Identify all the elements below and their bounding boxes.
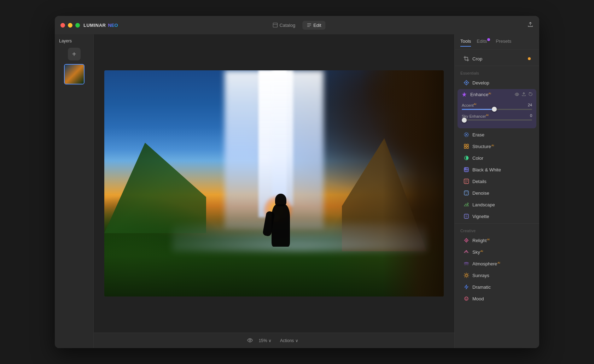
enhance-eye-icon[interactable] (514, 92, 519, 97)
erase-icon (463, 131, 470, 138)
essentials-header: Essentials (455, 67, 539, 77)
svg-point-28 (466, 194, 467, 194)
tool-vignette[interactable]: Vignette (458, 211, 536, 222)
mood-icon (463, 295, 470, 302)
tool-sky[interactable]: SkyAI (458, 246, 536, 258)
dramatic-label: Dramatic (472, 284, 531, 290)
enhance-title: EnhanceAI (470, 92, 512, 97)
structure-icon (463, 143, 470, 149)
details-label: Details (472, 179, 531, 184)
edits-badge (487, 38, 490, 41)
actions-button[interactable]: Actions ∨ (277, 337, 301, 345)
tool-structure[interactable]: StructureAI (458, 141, 536, 152)
catalog-tab[interactable]: Catalog (268, 21, 299, 30)
enhance-icon (461, 92, 467, 98)
tool-mood[interactable]: Mood (458, 293, 536, 304)
visibility-toggle[interactable] (247, 337, 253, 344)
mood-label: Mood (472, 296, 531, 301)
enhance-action-icons (514, 92, 533, 98)
svg-point-14 (466, 157, 467, 159)
accent-value: 24 (528, 103, 532, 107)
image-canvas (94, 34, 454, 333)
export-button[interactable] (527, 21, 534, 28)
tool-dramatic[interactable]: Dramatic (458, 281, 536, 293)
sky-enhancer-header: Sky EnhancerAI 0 (462, 113, 532, 118)
svg-point-34 (466, 240, 467, 241)
landscape-icon (463, 201, 470, 208)
person-silhouette (272, 204, 290, 247)
denoise-label: Denoise (472, 190, 531, 196)
enhance-upload-icon[interactable] (522, 92, 526, 98)
svg-point-26 (465, 193, 466, 193)
enhance-reset-icon[interactable] (528, 92, 533, 98)
svg-point-4 (516, 94, 518, 95)
cave-rock-side (383, 70, 444, 297)
tool-relight[interactable]: RelightAI (458, 235, 536, 246)
bottom-spacer (455, 305, 539, 312)
layers-panel: Layers + (55, 34, 94, 348)
layers-title: Layers (59, 39, 72, 43)
crop-icon (463, 55, 470, 62)
layer-thumbnail[interactable] (64, 64, 85, 84)
denoise-icon (463, 190, 470, 196)
tool-details[interactable]: Details (458, 176, 536, 187)
vignette-label: Vignette (472, 214, 531, 219)
app-name: LUMINAR (83, 23, 106, 28)
svg-rect-8 (464, 144, 466, 146)
maximize-button[interactable] (75, 23, 80, 28)
sky-icon (463, 249, 470, 255)
zoom-control[interactable]: 15% ∨ (259, 338, 272, 343)
svg-rect-0 (273, 23, 277, 27)
mist-overlay (172, 223, 427, 251)
tool-color[interactable]: Color (458, 152, 536, 164)
svg-point-36 (465, 274, 467, 276)
black-white-icon (463, 166, 470, 173)
sky-enhancer-value: 0 (530, 113, 532, 118)
app-logo: LUMINAR NEO (83, 23, 118, 28)
tab-edits[interactable]: Edits (477, 39, 490, 47)
accent-slider[interactable] (462, 109, 532, 110)
tool-denoise[interactable]: Denoise (458, 187, 536, 199)
atmosphere-label: AtmosphereAI (472, 261, 531, 266)
edit-icon (307, 23, 311, 28)
svg-point-37 (465, 297, 468, 300)
tab-presets[interactable]: Presets (496, 39, 511, 47)
color-label: Color (472, 155, 531, 161)
color-icon (463, 155, 470, 161)
tool-black-white[interactable]: Black & White (458, 164, 536, 175)
sky-enhancer-thumb[interactable] (462, 118, 467, 123)
tab-tools[interactable]: Tools (460, 39, 471, 47)
svg-point-23 (465, 192, 466, 192)
svg-point-1 (249, 339, 251, 341)
tool-sunrays[interactable]: Sunrays (458, 270, 536, 281)
tool-develop[interactable]: Develop (458, 77, 536, 88)
accent-slider-thumb[interactable] (492, 107, 497, 112)
svg-point-3 (466, 82, 467, 83)
tool-atmosphere[interactable]: AtmosphereAI (458, 258, 536, 269)
minimize-button[interactable] (68, 23, 72, 28)
waterfall-core-secondary (272, 70, 293, 206)
add-layer-button[interactable]: + (68, 48, 81, 60)
traffic-lights (60, 23, 80, 28)
nav-tabs: Catalog Edit (268, 21, 325, 30)
tool-erase[interactable]: Erase (458, 129, 536, 140)
svg-rect-22 (464, 191, 468, 195)
sunrays-label: Sunrays (472, 273, 531, 278)
tool-landscape[interactable]: Landscape (458, 199, 536, 210)
sky-enhancer-slider[interactable] (462, 119, 532, 121)
svg-rect-9 (467, 144, 468, 146)
svg-point-35 (466, 250, 467, 252)
svg-point-24 (466, 192, 467, 192)
close-button[interactable] (60, 23, 65, 28)
tool-crop[interactable]: Crop (458, 53, 536, 64)
accent-slider-row: AccentAI 24 (462, 102, 532, 110)
enhance-section: EnhanceAI (458, 89, 536, 128)
erase-label: Erase (472, 132, 531, 137)
enhance-header[interactable]: EnhanceAI (458, 89, 536, 100)
relight-label: RelightAI (472, 238, 531, 243)
photo-background (104, 70, 444, 297)
divider-1 (455, 66, 539, 66)
svg-point-38 (465, 298, 466, 299)
edit-tab[interactable]: Edit (302, 21, 325, 30)
develop-label: Develop (472, 80, 531, 86)
